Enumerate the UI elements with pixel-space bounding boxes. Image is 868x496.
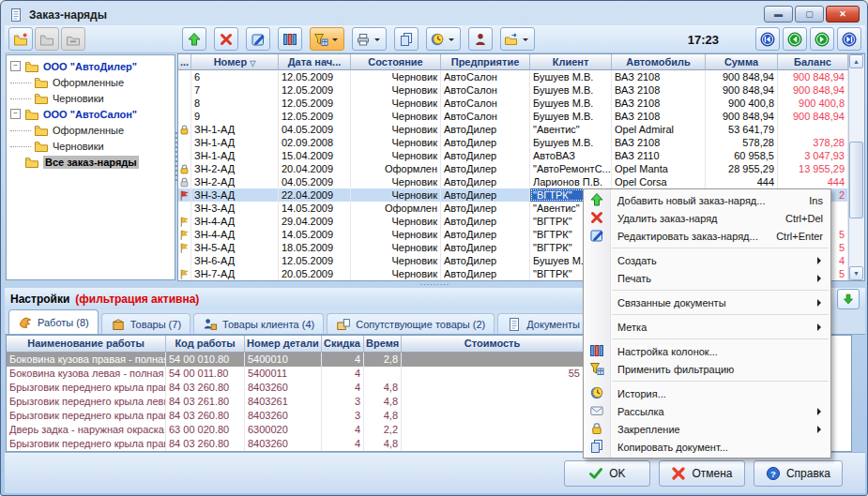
cell-client[interactable]: Ларионов П.В. <box>530 175 612 188</box>
cell-num[interactable]: 8 <box>191 97 279 110</box>
menu-item-column-setup[interactable]: Настройка колонок... <box>584 342 830 360</box>
cell-disc[interactable]: 4 <box>322 437 364 451</box>
cell-ent[interactable]: АвтоСалон <box>441 110 530 123</box>
cell-time[interactable]: 2,8 <box>364 353 402 367</box>
cell-num[interactable]: ЗН-1-АД <box>191 123 279 136</box>
cell-icon[interactable] <box>178 70 191 83</box>
scroll-down-icon[interactable]: ▼ <box>849 266 863 280</box>
cell-num[interactable]: ЗН-4-АД <box>191 215 279 228</box>
cell-cost[interactable] <box>402 381 584 395</box>
cell-sum[interactable]: 900 400,8 <box>706 97 778 110</box>
cell-disc[interactable]: 4 <box>322 381 364 395</box>
cell-name[interactable]: Боковина кузова левая - полная о... <box>7 367 166 381</box>
cell-car[interactable]: ВАЗ 2110 <box>612 149 706 162</box>
cell-name[interactable]: Брызговик переднего крыла левы... <box>7 395 166 409</box>
cell-time[interactable]: 4,8 <box>364 437 402 451</box>
cell-icon[interactable] <box>178 241 191 254</box>
filter-button[interactable] <box>310 27 344 51</box>
cell-code[interactable]: 54 00 010.80 <box>166 353 245 367</box>
cell-icon[interactable] <box>178 97 191 110</box>
cell-sum[interactable]: 53 641,79 <box>706 123 778 136</box>
cell-cost[interactable] <box>402 395 584 409</box>
cell-date[interactable]: 12.05.2009 <box>279 83 351 97</box>
expand-panel-button[interactable] <box>837 289 860 309</box>
cell-num[interactable]: 9 <box>191 110 279 123</box>
cell-car[interactable]: ВАЗ 2108 <box>612 70 706 83</box>
cell-ent[interactable]: АвтоДилер <box>441 162 530 175</box>
cell-time[interactable]: 4,8 <box>364 381 402 395</box>
cell-date[interactable]: 12.05.2009 <box>279 110 351 123</box>
cell-ent[interactable]: АвтоДилер <box>441 175 530 188</box>
menu-item-mailing[interactable]: Рассылка <box>584 402 830 420</box>
table-row[interactable]: ЗН-2-АД20.04.2009ОформленАвтоДилер"АвтоР… <box>178 162 864 175</box>
cell-state[interactable]: Черновик <box>351 136 441 149</box>
cell-name[interactable]: Брызговик переднего крыла прав... <box>7 437 166 451</box>
menu-item-add-order[interactable]: Добавить новый заказ-наряд...Ins <box>584 191 830 209</box>
column-header-ent[interactable]: Предприятие <box>441 54 530 70</box>
cell-client[interactable]: АвтоВАЗ <box>530 149 612 162</box>
cell-state[interactable]: Черновик <box>351 83 441 97</box>
menu-item-copy-document[interactable]: Копировать документ... <box>584 438 830 456</box>
cell-state[interactable]: Черновик <box>351 149 441 162</box>
cell-car[interactable]: Opel Admiral <box>612 123 706 136</box>
tree-item[interactable]: −ООО "АвтоДилер" <box>7 58 175 74</box>
tree-item[interactable]: Оформленные <box>7 122 175 138</box>
cell-client[interactable]: Бушуев М.В. <box>530 136 612 149</box>
cell-code[interactable]: 84 03 260.80 <box>166 437 245 451</box>
cell-date[interactable]: 04.05.2009 <box>279 123 351 136</box>
table-row[interactable]: 912.05.2009ЧерновикАвтоСалонБушуев М.В.В… <box>178 110 864 123</box>
cell-client[interactable]: Бушуев М.В. <box>530 97 612 110</box>
first-record-button[interactable] <box>755 27 780 51</box>
next-record-button[interactable] <box>810 27 834 51</box>
table-row[interactable]: ЗН-2-АД04.05.2009ЧерновикАвтоДилерЛарион… <box>178 175 864 188</box>
cell-bal[interactable]: 13 955,29 <box>778 162 848 175</box>
cell-cost[interactable] <box>402 423 584 437</box>
cell-ent[interactable]: АвтоСалон <box>441 97 530 110</box>
minimize-button[interactable]: ▬ <box>764 6 793 23</box>
cell-name[interactable]: Дверь задка - наружная окраска <box>7 423 166 437</box>
cell-cost[interactable] <box>402 437 584 451</box>
last-record-button[interactable] <box>837 27 861 51</box>
menu-item-history[interactable]: История... <box>584 384 830 402</box>
cell-sum[interactable]: 900 848,94 <box>706 83 778 97</box>
cell-date[interactable]: 14.05.2009 <box>279 202 351 215</box>
table-row[interactable]: ЗН-1-АД02.09.2008ЧерновикАвтоДилерБушуев… <box>178 136 864 149</box>
cell-icon[interactable] <box>178 162 191 175</box>
cell-ent[interactable]: АвтоДилер <box>441 267 530 280</box>
cell-num[interactable]: ЗН-3-АД <box>191 188 279 202</box>
cell-icon[interactable] <box>178 188 191 202</box>
prior-record-button[interactable] <box>783 27 807 51</box>
cell-icon[interactable] <box>178 123 191 136</box>
table-row[interactable]: 712.05.2009ЧерновикАвтоСалонБушуев М.В.В… <box>178 83 864 97</box>
cell-icon[interactable] <box>178 110 191 123</box>
tree-item[interactable]: Все заказ-наряды <box>7 154 175 170</box>
cell-detail[interactable]: 8403260 <box>245 437 322 451</box>
cell-bal[interactable] <box>778 123 848 136</box>
cell-state[interactable]: Черновик <box>351 123 441 136</box>
cell-client[interactable]: Бушуев М.В. <box>530 83 612 97</box>
send-document-button[interactable] <box>500 27 535 51</box>
cell-date[interactable]: 18.05.2009 <box>279 241 351 254</box>
cell-car[interactable]: Opel Corsa <box>612 175 706 188</box>
cell-icon[interactable] <box>178 254 191 267</box>
cell-car[interactable]: Opel Manta <box>612 162 706 175</box>
column-header-num[interactable]: Номер▽ <box>191 54 279 70</box>
tab-goods[interactable]: Товары (7) <box>101 313 190 334</box>
orders-vscrollbar[interactable]: ▲ ▼ <box>848 54 864 280</box>
cell-disc[interactable]: 3 <box>322 395 364 409</box>
table-row[interactable]: ЗН-1-АД04.05.2009ЧерновикАвтоДилер"Авент… <box>178 123 864 136</box>
cell-car[interactable]: ВАЗ 2108 <box>612 136 706 149</box>
column-setup-button[interactable] <box>278 27 302 51</box>
cell-state[interactable]: Черновик <box>351 188 441 202</box>
cell-disc[interactable]: 4 <box>322 353 364 367</box>
tree-item[interactable]: Черновики <box>7 90 175 106</box>
collapse-icon[interactable]: − <box>10 61 21 71</box>
menu-item-print[interactable]: Печать <box>584 269 830 287</box>
column-header-cost[interactable]: Стоимость <box>402 336 584 353</box>
table-row[interactable]: ЗН-1-АД15.04.2009ЧерновикАвтоДилерАвтоВА… <box>178 149 864 162</box>
cell-name[interactable]: Боковина кузова правая - полная ... <box>7 353 166 367</box>
cell-client[interactable]: Бушуев М.В. <box>530 110 612 123</box>
column-header-name[interactable]: Наименование работы <box>7 336 166 353</box>
cell-num[interactable]: ЗН-1-АД <box>191 136 279 149</box>
tree-item[interactable]: Черновики <box>7 138 175 154</box>
